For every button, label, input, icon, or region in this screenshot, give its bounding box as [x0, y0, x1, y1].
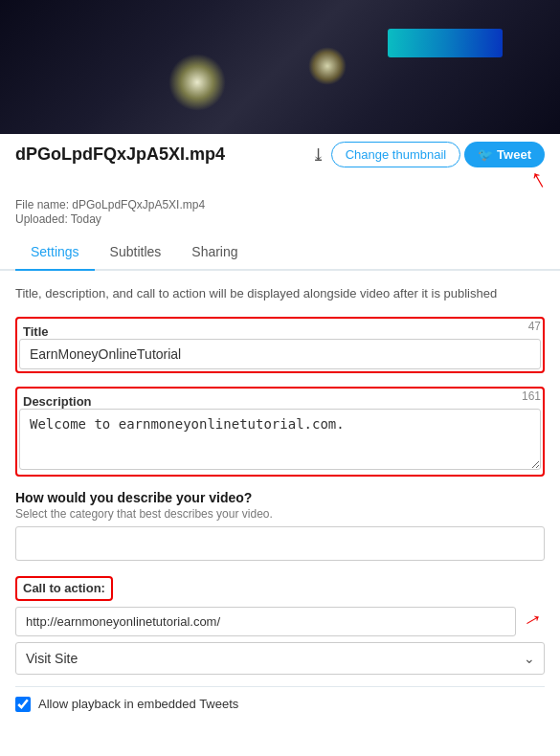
category-input[interactable]: [15, 526, 545, 561]
twitter-bird-icon: 🐦: [478, 147, 493, 162]
tab-subtitles[interactable]: Subtitles: [95, 236, 177, 271]
tab-sharing[interactable]: Sharing: [176, 236, 253, 271]
category-section: How would you describe your video? Selec…: [15, 490, 545, 561]
description-label: Description: [19, 390, 541, 409]
thumbnail-neon-bar: [388, 29, 503, 57]
embedded-playback-label: Allow playback in embedded Tweets: [38, 697, 238, 711]
tweet-arrow-annotation: ↑: [0, 166, 560, 192]
file-name-info: File name: dPGoLpdFQxJpA5XI.mp4: [15, 198, 545, 211]
cta-label: Call to action:: [23, 581, 105, 595]
embedded-playback-checkbox[interactable]: [15, 697, 31, 712]
download-icon[interactable]: ⤓: [305, 143, 331, 167]
title-label: Title: [19, 321, 541, 339]
file-title: dPGoLpdFQxJpA5XI.mp4: [15, 145, 305, 165]
cta-border-box: Call to action:: [15, 576, 113, 601]
description-field-group: Description 161 Welcome to <span class="…: [15, 387, 545, 477]
tab-settings[interactable]: Settings: [15, 236, 95, 271]
cta-url-row: ←: [15, 607, 545, 636]
red-arrow-cta-icon: ←: [517, 604, 550, 638]
cta-select-wrap: Visit Site Learn More Shop Now Sign Up W…: [15, 642, 545, 675]
uploaded-info: Uploaded: Today: [15, 212, 545, 226]
category-label: How would you describe your video?: [15, 490, 545, 505]
change-thumbnail-button[interactable]: Change thumbnail: [331, 142, 461, 167]
description-input[interactable]: Welcome to <span class="desc-underline">…: [19, 409, 541, 470]
tabs-row: Settings Subtitles Sharing: [0, 236, 560, 271]
title-field-group: Title 47: [15, 317, 545, 373]
checkbox-row: Allow playback in embedded Tweets: [15, 686, 545, 712]
file-info-section: File name: dPGoLpdFQxJpA5XI.mp4 Uploaded…: [0, 196, 560, 236]
settings-body: Title, description, and call to action w…: [0, 271, 560, 727]
tweet-label: Tweet: [497, 147, 531, 162]
title-input[interactable]: [19, 339, 541, 369]
title-border-box: Title 47: [15, 317, 545, 373]
settings-info-text: Title, description, and call to action w…: [15, 284, 545, 303]
cta-section: Call to action: ← Visit Site Learn More …: [15, 576, 545, 675]
title-char-count: 47: [528, 320, 541, 333]
description-char-count: 161: [522, 389, 541, 403]
red-arrow-icon: ↑: [526, 164, 550, 193]
thumbnail-preview: [0, 0, 560, 134]
category-sublabel: Select the category that best describes …: [15, 507, 545, 521]
description-border-box: Description 161 Welcome to <span class="…: [15, 387, 545, 477]
cta-url-input[interactable]: [15, 607, 516, 636]
cta-action-select[interactable]: Visit Site Learn More Shop Now Sign Up W…: [15, 642, 545, 675]
